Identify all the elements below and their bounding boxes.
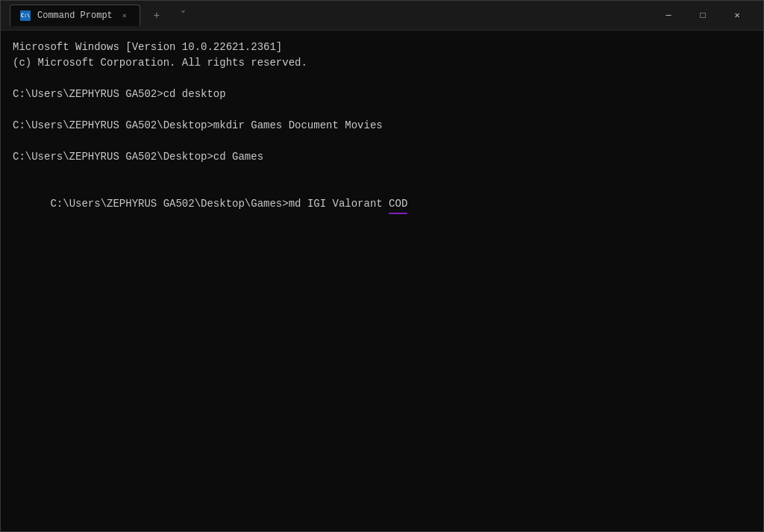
tab-title: Command Prompt (37, 10, 113, 21)
terminal-line-3 (13, 71, 751, 87)
terminal-line-10: C:\Users\ZEPHYRUS GA502\Desktop\Games>md… (13, 181, 751, 228)
tab-dropdown-button[interactable]: ˅ (173, 5, 194, 26)
terminal-line-4: C:\Users\ZEPHYRUS GA502>cd desktop (13, 87, 751, 102)
terminal-line-10-prefix: C:\Users\ZEPHYRUS GA502\Desktop\Games>md… (50, 198, 389, 210)
cmd-icon: C:\ (19, 10, 31, 22)
terminal-line-1: Microsoft Windows [Version 10.0.22621.23… (13, 40, 751, 55)
terminal-line-9 (13, 165, 751, 181)
purple-underline (389, 213, 407, 214)
maximize-button[interactable]: □ (686, 1, 720, 31)
terminal-line-6: C:\Users\ZEPHYRUS GA502\Desktop>mkdir Ga… (13, 118, 751, 134)
tab-close-button[interactable]: ✕ (119, 10, 131, 22)
close-button[interactable]: ✕ (720, 1, 754, 31)
terminal-window: C:\ Command Prompt ✕ + ˅ ─ □ ✕ Microsoft… (0, 0, 764, 532)
terminal-line-7 (13, 134, 751, 149)
add-tab-button[interactable]: + (146, 5, 167, 26)
minimize-button[interactable]: ─ (651, 1, 686, 31)
terminal-line-2: (c) Microsoft Corporation. All rights re… (13, 55, 751, 71)
active-tab[interactable]: C:\ Command Prompt ✕ (10, 4, 140, 26)
terminal-line-8: C:\Users\ZEPHYRUS GA502\Desktop>cd Games (13, 149, 751, 165)
titlebar: C:\ Command Prompt ✕ + ˅ ─ □ ✕ (1, 1, 763, 31)
terminal-line-5 (13, 102, 751, 118)
window-controls: ─ □ ✕ (651, 1, 754, 31)
titlebar-left: C:\ Command Prompt ✕ + ˅ (10, 4, 651, 26)
terminal-line-10-highlight: COD (389, 196, 407, 212)
terminal-body[interactable]: Microsoft Windows [Version 10.0.22621.23… (1, 31, 763, 531)
